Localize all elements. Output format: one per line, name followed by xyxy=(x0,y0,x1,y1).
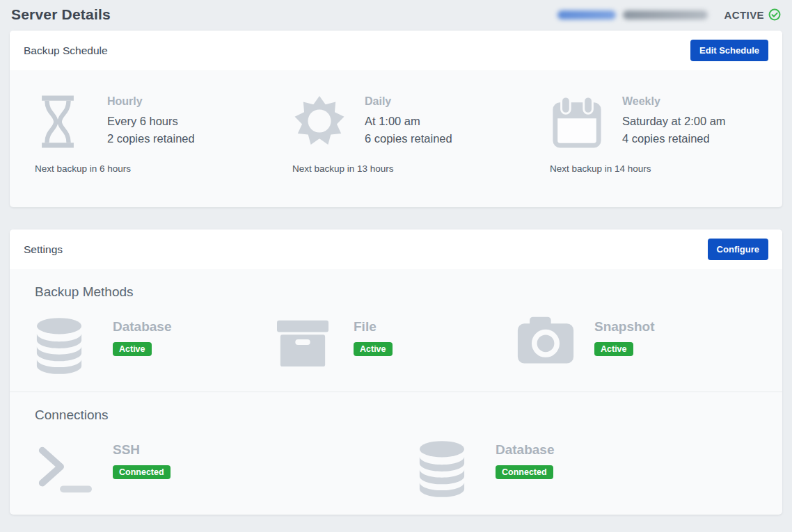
settings-card: Settings Configure Backup Methods Databa… xyxy=(10,229,782,515)
schedule-retention: 6 copies retained xyxy=(365,130,452,147)
method-file: File Active xyxy=(276,316,516,375)
hourglass-icon xyxy=(35,94,90,150)
terminal-icon xyxy=(35,440,93,498)
check-circle-icon xyxy=(768,8,781,21)
connection-database: Database Connected xyxy=(418,440,757,498)
edit-schedule-button[interactable]: Edit Schedule xyxy=(690,40,768,61)
status-badge: Connected xyxy=(113,465,171,479)
redacted-server-name xyxy=(623,10,708,19)
schedule-retention: 2 copies retained xyxy=(107,130,195,147)
method-name: Database xyxy=(113,319,172,334)
method-database: Database Active xyxy=(35,316,276,375)
camera-icon xyxy=(516,316,575,375)
connections-section: Connections SSH Connected xyxy=(10,392,782,515)
schedule-name: Weekly xyxy=(622,95,726,108)
backup-schedule-header: Backup Schedule Edit Schedule xyxy=(10,31,782,70)
server-meta: ACTIVE xyxy=(557,8,781,21)
schedule-frequency: Saturday at 2:00 am xyxy=(622,113,726,130)
schedule-daily: Daily At 1:00 am 6 copies retained Next … xyxy=(267,94,525,174)
next-backup-label: Next backup in 6 hours xyxy=(35,163,267,174)
database-icon xyxy=(35,316,93,375)
page-title: Server Details xyxy=(11,6,111,23)
connection-name: Database xyxy=(496,442,555,458)
schedule-retention: 4 copies retained xyxy=(622,130,726,147)
status-badge: Active xyxy=(113,342,152,356)
next-backup-label: Next backup in 13 hours xyxy=(292,163,525,174)
method-snapshot: Snapshot Active xyxy=(516,316,757,375)
backup-methods-section: Backup Methods Database Active xyxy=(10,269,782,392)
redacted-server-tag xyxy=(557,10,616,19)
method-name: File xyxy=(354,319,393,334)
backup-methods-title: Backup Methods xyxy=(35,284,757,300)
schedule-name: Daily xyxy=(365,95,452,108)
calendar-icon xyxy=(550,94,605,150)
database-icon xyxy=(418,440,476,498)
backup-schedule-body: Hourly Every 6 hours 2 copies retained N… xyxy=(10,70,782,207)
settings-title: Settings xyxy=(24,243,63,256)
schedule-name: Hourly xyxy=(107,95,195,108)
schedule-hourly: Hourly Every 6 hours 2 copies retained N… xyxy=(10,94,267,174)
configure-button[interactable]: Configure xyxy=(708,239,768,260)
schedule-frequency: Every 6 hours xyxy=(107,113,195,130)
connection-name: SSH xyxy=(113,442,171,458)
file-box-icon xyxy=(276,316,334,375)
server-status-label: ACTIVE xyxy=(724,9,764,21)
connections-title: Connections xyxy=(35,408,757,423)
connection-ssh: SSH Connected xyxy=(35,440,418,498)
sun-icon xyxy=(292,94,348,150)
settings-header: Settings Configure xyxy=(10,229,782,269)
backup-schedule-title: Backup Schedule xyxy=(24,45,108,57)
method-name: Snapshot xyxy=(594,319,655,334)
schedule-frequency: At 1:00 am xyxy=(365,113,452,130)
backup-schedule-card: Backup Schedule Edit Schedule Hourly Eve… xyxy=(10,31,782,207)
status-badge: Active xyxy=(594,342,633,356)
schedule-weekly: Weekly Saturday at 2:00 am 4 copies reta… xyxy=(525,94,782,174)
status-badge: Connected xyxy=(496,465,553,479)
status-badge: Active xyxy=(354,342,393,356)
next-backup-label: Next backup in 14 hours xyxy=(550,163,782,174)
top-bar: Server Details ACTIVE xyxy=(0,0,792,31)
server-status: ACTIVE xyxy=(724,8,781,21)
